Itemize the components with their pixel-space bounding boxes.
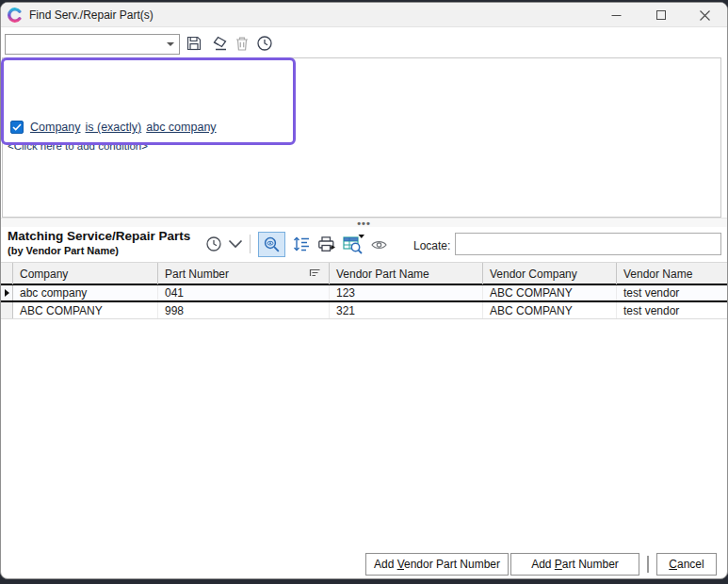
maximize-button[interactable]: [639, 3, 683, 27]
add-vendor-part-number-button[interactable]: Add Vendor Part Number: [365, 553, 509, 576]
window-title: Find Serv./Repair Part(s): [29, 3, 154, 27]
button-separator: [647, 556, 649, 573]
sort-height-icon[interactable]: [290, 234, 313, 254]
app-logo-icon: [8, 8, 23, 23]
row-selector-cell: [1, 285, 13, 300]
grid-search-icon[interactable]: [340, 232, 366, 255]
locate-input[interactable]: [455, 233, 721, 255]
eraser-icon[interactable]: [207, 32, 230, 55]
table-row[interactable]: ABC COMPANY 998 321 ABC COMPANY test ven…: [1, 302, 728, 319]
find-parts-dialog: Find Serv./Repair Part(s): [0, 2, 728, 579]
row-selector-header: [1, 263, 13, 284]
results-table: Company Part Number Vendor Part Name Ven…: [1, 262, 727, 319]
table-cell[interactable]: 321: [330, 302, 483, 318]
save-icon[interactable]: [183, 32, 205, 55]
condition-checkbox[interactable]: [10, 121, 24, 134]
table-cell[interactable]: test vendor: [617, 285, 728, 300]
table-cell[interactable]: ABC COMPANY: [13, 302, 158, 318]
combo-dropdown-icon[interactable]: [162, 35, 179, 54]
delete-icon[interactable]: [231, 32, 253, 55]
table-row[interactable]: abc company 041 123 ABC COMPANY test ven…: [1, 284, 728, 302]
column-header-vendor-part-name[interactable]: Vendor Part Name: [330, 263, 483, 284]
splitter-grip-icon: •••: [357, 220, 371, 226]
table-cell[interactable]: 998: [158, 302, 330, 318]
chevron-down-icon[interactable]: [227, 237, 244, 251]
column-header-vendor-name[interactable]: Vendor Name: [617, 263, 728, 284]
column-header-vendor-company[interactable]: Vendor Company: [483, 263, 617, 284]
current-row-arrow-icon: [5, 289, 9, 297]
condition-row: Company is (exactly) abc company: [10, 121, 221, 134]
table-cell[interactable]: test vendor: [617, 302, 728, 318]
saved-search-input[interactable]: [9, 36, 162, 53]
panel-splitter[interactable]: •••: [1, 218, 727, 227]
add-part-number-button[interactable]: Add Part Number: [510, 553, 639, 576]
minimize-button[interactable]: [594, 3, 639, 27]
condition-operator-link[interactable]: is (exactly): [86, 121, 142, 134]
condition-field-link[interactable]: Company: [30, 121, 81, 134]
history-icon[interactable]: [253, 32, 276, 55]
column-header-part-number[interactable]: Part Number: [158, 263, 330, 284]
eye-icon[interactable]: [369, 238, 388, 251]
table-cell[interactable]: ABC COMPANY: [483, 285, 617, 300]
table-cell[interactable]: ABC COMPANY: [483, 302, 617, 318]
locate-label: Locate:: [413, 239, 450, 252]
table-cell[interactable]: abc company: [13, 285, 158, 300]
results-subtitle: (by Vendor Part Name): [8, 245, 119, 256]
titlebar: Find Serv./Repair Part(s): [1, 3, 727, 27]
cancel-button[interactable]: Cancel: [656, 553, 717, 576]
table-header-row: Company Part Number Vendor Part Name Ven…: [1, 262, 728, 284]
table-cell[interactable]: 041: [158, 285, 330, 300]
condition-value-link[interactable]: abc company: [146, 121, 216, 134]
window-controls: [594, 3, 727, 27]
close-button[interactable]: [683, 3, 727, 27]
results-title: Matching Service/Repair Parts: [8, 229, 190, 243]
search-toolbar: [1, 27, 727, 57]
table-cell[interactable]: 123: [330, 285, 483, 300]
toolbar-separator: [250, 235, 251, 253]
condition-panel: Company is (exactly) abc company <Click …: [2, 57, 721, 218]
add-condition-link[interactable]: <Click here to add condition>: [8, 140, 148, 152]
history-icon[interactable]: [203, 234, 224, 254]
print-icon[interactable]: [315, 234, 337, 254]
column-header-company[interactable]: Company: [13, 263, 158, 284]
find-filter-icon[interactable]: [258, 232, 285, 257]
row-selector-cell: [1, 302, 13, 318]
sort-ascending-icon: [309, 268, 321, 281]
saved-search-combo[interactable]: [5, 34, 180, 55]
